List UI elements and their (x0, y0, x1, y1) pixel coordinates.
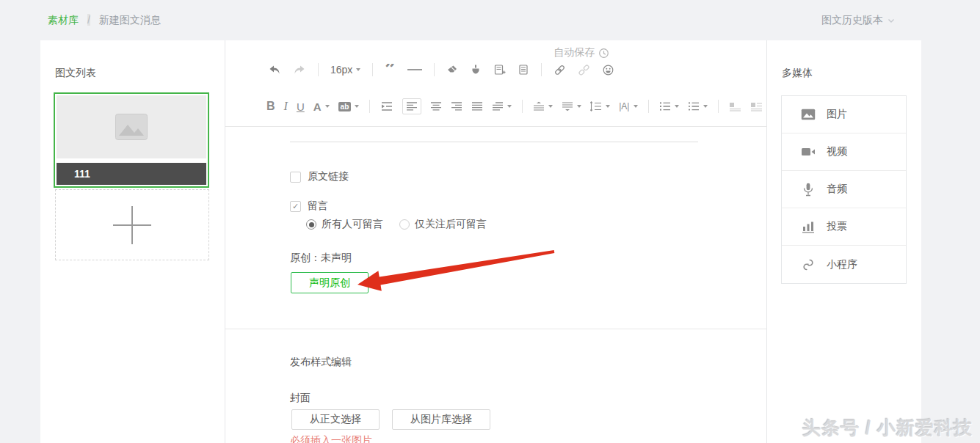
media-item-audio[interactable]: 音频 (782, 171, 906, 208)
align-justify-icon (471, 101, 483, 111)
scope-all-radio[interactable] (306, 219, 316, 230)
breadcrumb-current-page: 新建图文消息 (99, 14, 161, 26)
multimedia-panel: 多媒体 图片 视频 音频 (767, 40, 921, 443)
indent-button[interactable] (380, 101, 393, 111)
unordered-list-button[interactable] (688, 101, 708, 111)
image-placeholder-icon (115, 113, 148, 141)
media-item-video[interactable]: 视频 (782, 133, 906, 171)
media-item-label: 图片 (827, 108, 847, 121)
source-link-row: 原文链接 (290, 170, 349, 183)
select-from-article-button[interactable]: 从正文选择 (291, 409, 380, 430)
caret-down-icon (548, 105, 553, 108)
article-title-bar: 111 (57, 163, 206, 185)
insert-link-button[interactable] (553, 64, 566, 76)
document-icon (518, 64, 529, 76)
horizontal-rule-icon (407, 69, 422, 70)
blockquote-button[interactable]: ” (385, 64, 396, 76)
source-link-label: 原文链接 (308, 170, 349, 183)
highlight-color-button[interactable]: ab (338, 102, 360, 111)
horizontal-rule-button[interactable] (407, 69, 422, 70)
caret-down-icon (703, 105, 708, 108)
ordered-list-icon (659, 101, 671, 111)
select-from-gallery-button[interactable]: 从图片库选择 (392, 409, 490, 430)
history-versions-dropdown[interactable]: 图文历史版本 (821, 14, 896, 27)
multimedia-title: 多媒体 (782, 67, 813, 80)
caret-down-icon (356, 68, 360, 71)
highlight-icon: ab (338, 102, 352, 111)
font-size-select[interactable]: 16px (330, 64, 360, 76)
media-item-vote[interactable]: 投票 (782, 208, 906, 246)
comment-checkbox[interactable]: ✓ (290, 201, 301, 212)
toolbar-separator (718, 100, 719, 113)
image-inline-left-icon (750, 102, 763, 111)
caret-down-icon (355, 105, 359, 108)
chevron-down-icon (887, 16, 896, 25)
toolbar-separator (522, 100, 523, 113)
letter-spacing-button[interactable]: |A| (619, 101, 637, 111)
caret-down-icon (675, 105, 679, 108)
breadcrumb-material-library[interactable]: 素材库 (48, 14, 79, 26)
undo-button[interactable] (268, 64, 281, 76)
emoji-button[interactable] (602, 64, 614, 76)
breadcrumb: 素材库 / 新建图文消息 (48, 14, 161, 27)
font-color-icon: A (313, 100, 322, 113)
space-before-button[interactable] (533, 101, 553, 111)
align-center-icon (430, 101, 442, 111)
template-button[interactable] (518, 64, 529, 76)
media-item-image[interactable]: 图片 (782, 96, 906, 133)
section-divider (225, 329, 767, 329)
document-add-icon (493, 64, 506, 76)
italic-button[interactable]: I (284, 100, 288, 113)
redo-button[interactable] (293, 64, 306, 76)
align-left-icon (406, 101, 418, 111)
line-height-button[interactable] (590, 101, 610, 111)
bold-button[interactable]: B (266, 100, 275, 113)
add-article-button[interactable] (55, 189, 209, 260)
image-float-left-icon (729, 102, 741, 111)
comment-row: ✓ 留言 (290, 199, 328, 213)
watermark-text: 头条号 / 小新爱科技 (802, 416, 973, 440)
indent-icon (380, 101, 393, 111)
media-item-label: 视频 (827, 145, 847, 158)
article-end-divider (290, 142, 698, 142)
image-float-left-button[interactable] (729, 102, 741, 111)
first-line-indent-button[interactable] (492, 101, 512, 111)
format-painter-button[interactable] (470, 64, 482, 76)
format-painter-icon (470, 64, 482, 76)
autosave-status: 自动保存 (553, 46, 609, 59)
media-item-label: 小程序 (827, 258, 857, 271)
clear-format-button[interactable] (446, 64, 458, 76)
comment-label: 留言 (308, 199, 328, 213)
declare-original-button[interactable]: 声明原创 (291, 272, 369, 293)
image-inline-left-button[interactable] (750, 102, 763, 111)
italic-icon: I (284, 100, 288, 113)
underline-button[interactable]: U (297, 100, 305, 113)
checkmark-icon: ✓ (292, 202, 299, 211)
align-right-button[interactable] (451, 101, 462, 111)
align-justify-button[interactable] (471, 101, 483, 111)
cover-buttons: 从正文选择 从图片库选择 (291, 409, 490, 430)
align-center-button[interactable] (430, 101, 442, 111)
align-left-button[interactable] (402, 98, 421, 114)
image-icon (801, 109, 816, 120)
ordered-list-button[interactable] (659, 101, 679, 111)
space-before-icon (533, 101, 545, 111)
space-after-button[interactable] (562, 101, 581, 111)
comment-scope-row: 所有人可留言 仅关注后可留言 (306, 218, 487, 231)
clock-icon (598, 48, 609, 59)
scope-followers-radio[interactable] (399, 219, 410, 230)
article-card-selected[interactable]: 111 (54, 92, 209, 188)
history-versions-label: 图文历史版本 (821, 14, 883, 27)
article-title: 111 (74, 168, 90, 180)
source-link-checkbox[interactable] (290, 172, 301, 183)
editor-toolbar: 16px ” (225, 40, 767, 127)
remove-link-button[interactable] (578, 64, 590, 76)
caret-down-icon (325, 105, 330, 108)
letter-spacing-icon: |A| (619, 101, 629, 111)
plus-icon (113, 206, 151, 244)
media-item-miniprogram[interactable]: 小程序 (782, 246, 906, 283)
cover-label: 封面 (290, 392, 311, 405)
insert-card-button[interactable] (493, 64, 506, 76)
font-color-button[interactable]: A (313, 100, 330, 113)
toolbar-separator (648, 100, 649, 113)
